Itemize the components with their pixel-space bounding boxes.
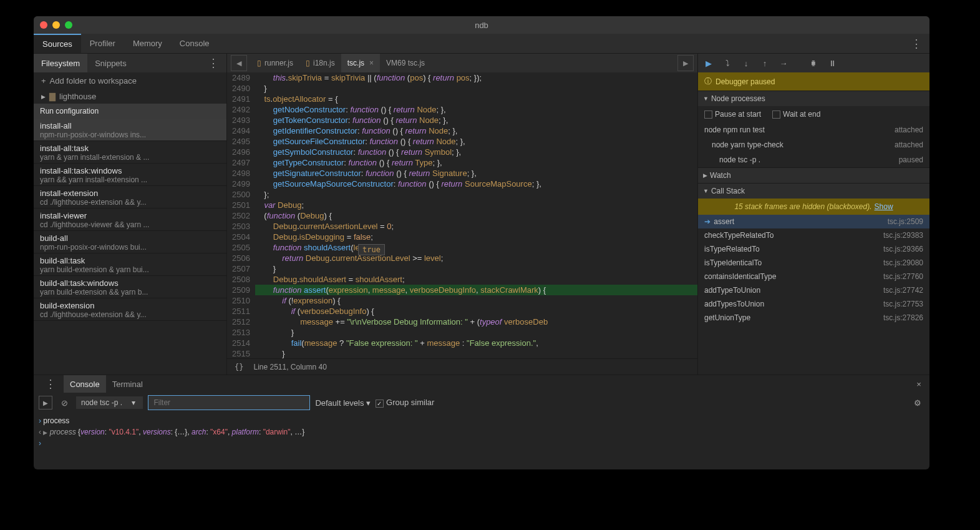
pause-at-start-checkbox[interactable]: Pause at start <box>704 110 761 119</box>
file-nav-forward[interactable]: ▶ <box>677 55 694 71</box>
clear-console-icon[interactable]: ⊘ <box>57 396 71 410</box>
tab-memory[interactable]: Memory <box>124 34 171 53</box>
line-gutter: 2489249024912492249324942495249624972498… <box>227 72 255 358</box>
window-title: ndb <box>475 21 488 30</box>
code-editor[interactable]: 2489249024912492249324942495249624972498… <box>227 72 697 358</box>
close-drawer-icon[interactable]: × <box>912 377 926 391</box>
run-item-subtitle: cd ./lighthouse-extension && y... <box>40 198 220 207</box>
drawer-tab-console[interactable]: Console <box>64 375 106 393</box>
tab-snippets[interactable]: Snippets <box>87 54 134 72</box>
console-drawer: ⋮ Console Terminal × ▶ ⊘ node tsc -p . ▾… <box>34 375 929 469</box>
pause-exceptions-icon[interactable]: ⏸ <box>825 56 839 70</box>
run-item-title: build-all:task:windows <box>40 278 220 288</box>
close-icon[interactable]: × <box>367 59 374 67</box>
stack-frame[interactable]: ➔ asserttsc.js:2509 <box>698 215 929 228</box>
chevron-right-icon: ▶ <box>703 172 707 179</box>
run-config-item[interactable]: build-allnpm-run-posix-or-windows bui... <box>34 231 226 253</box>
stack-frame[interactable]: getUnionTypetsc.js:27826 <box>698 311 929 325</box>
process-row[interactable]: node yarn type-checkattached <box>698 137 929 152</box>
stack-fn-name: getUnionType <box>704 313 750 322</box>
log-levels-select[interactable]: Default levels ▾ <box>315 398 371 408</box>
left-panel: Filesystem Snippets ⋮ + Add folder to wo… <box>34 54 227 375</box>
main-menu-kebab[interactable]: ⋮ <box>903 34 929 53</box>
stack-frame[interactable]: addTypesToUniontsc.js:27753 <box>698 297 929 311</box>
stack-location: tsc.js:29080 <box>883 258 923 267</box>
folder-icon: ▇ <box>49 92 56 101</box>
file-tab-i18n[interactable]: ▯i18n.js <box>299 54 341 72</box>
tab-console[interactable]: Console <box>171 34 218 53</box>
run-config-item[interactable]: install-viewercd ./lighthouse-viewer && … <box>34 209 226 231</box>
drawer-kebab[interactable]: ⋮ <box>37 377 64 391</box>
stack-frame[interactable]: isTypeRelatedTotsc.js:29366 <box>698 242 929 256</box>
stack-frame[interactable]: isTypeIdenticalTotsc.js:29080 <box>698 256 929 270</box>
console-input-text: process <box>43 416 69 425</box>
file-nav-back[interactable]: ◀ <box>231 55 247 71</box>
left-subtabs-kebab[interactable]: ⋮ <box>200 56 226 70</box>
run-config-item[interactable]: install-all:task:windowsyarn && yarn ins… <box>34 164 226 186</box>
run-item-subtitle: yarn & yarn install-extension & ... <box>40 153 220 162</box>
deactivate-breakpoints-icon[interactable]: ⧯ <box>807 56 820 70</box>
stack-location: tsc.js:27753 <box>883 300 923 308</box>
tab-sources[interactable]: Sources <box>34 34 81 53</box>
stack-fn-name: isTypeRelatedTo <box>704 245 760 253</box>
checkbox-label: Group similar <box>386 398 434 407</box>
run-item-subtitle: yarn build-extension & yarn bui... <box>40 265 220 274</box>
resume-icon[interactable]: ▶ <box>702 56 716 70</box>
section-watch[interactable]: ▶Watch <box>698 167 929 183</box>
code-area[interactable]: this.skipTrivia = skipTrivia || (functio… <box>255 72 697 358</box>
console-settings-icon[interactable]: ⚙ <box>911 396 924 410</box>
minimize-window-button[interactable] <box>52 21 60 29</box>
run-item-subtitle: npm-run-posix-or-windows ins... <box>40 130 220 139</box>
file-tab-tsc[interactable]: tsc.js× <box>341 54 380 72</box>
zoom-window-button[interactable] <box>65 21 72 29</box>
file-tab-label: VM69 tsc.js <box>386 59 425 67</box>
run-item-title: build-all:task <box>40 256 220 265</box>
run-config-item[interactable]: build-all:taskyarn build-extension & yar… <box>34 253 226 276</box>
stack-frame[interactable]: addTypeToUniontsc.js:27742 <box>698 283 929 297</box>
call-stack-list: ➔ asserttsc.js:2509checkTypeRelatedTotsc… <box>698 215 929 325</box>
chevron-right-icon: ▶ <box>41 94 46 100</box>
tab-profiler[interactable]: Profiler <box>81 34 124 53</box>
traffic-lights <box>40 21 72 29</box>
process-list: node npm run testattachednode yarn type-… <box>698 122 929 167</box>
close-window-button[interactable] <box>40 21 47 29</box>
execution-context-select[interactable]: node tsc -p . ▾ <box>76 396 143 409</box>
format-braces-icon[interactable]: {} <box>235 363 243 371</box>
wait-at-end-checkbox[interactable]: Wait at end <box>772 110 820 119</box>
drawer-tabs: ⋮ Console Terminal × <box>34 375 929 393</box>
run-config-item[interactable]: install-allnpm-run-posix-or-windows ins.… <box>34 119 226 141</box>
section-call-stack[interactable]: ▼Call Stack <box>698 183 929 199</box>
run-config-item[interactable]: install-all:taskyarn & yarn install-exte… <box>34 141 226 164</box>
drawer-tab-terminal[interactable]: Terminal <box>106 375 149 393</box>
console-filter-input[interactable] <box>148 395 310 410</box>
step-into-icon[interactable]: ↓ <box>739 56 753 70</box>
console-sidebar-toggle-icon[interactable]: ▶ <box>39 396 52 410</box>
run-item-subtitle: cd ./lighthouse-extension && y... <box>40 310 220 319</box>
cursor-position: Line 2511, Column 40 <box>253 363 326 371</box>
fs-folder-label: lighthouse <box>59 92 96 101</box>
console-output[interactable]: › process ‹ ▶ process {version: "v10.4.1… <box>34 413 929 469</box>
run-configuration-list: install-allnpm-run-posix-or-windows ins.… <box>34 119 226 375</box>
stack-location: tsc.js:2509 <box>888 217 923 226</box>
section-node-processes[interactable]: ▼Node processes <box>698 91 929 106</box>
tab-filesystem[interactable]: Filesystem <box>34 54 87 72</box>
process-row[interactable]: node tsc -p .paused <box>698 152 929 167</box>
add-folder-button[interactable]: + Add folder to workspace <box>34 72 226 89</box>
group-similar-checkbox[interactable]: Group similar <box>376 398 434 407</box>
file-tab-vm69[interactable]: VM69 tsc.js <box>380 54 431 72</box>
process-name: node npm run test <box>704 125 765 134</box>
step-over-icon[interactable]: ⤵ <box>720 56 734 70</box>
stack-frame[interactable]: containsIdenticalTypetsc.js:27760 <box>698 270 929 283</box>
step-icon[interactable]: → <box>777 56 790 70</box>
run-config-item[interactable]: build-extensioncd ./lighthouse-extension… <box>34 298 226 321</box>
file-tab-runner[interactable]: ▯runner.js <box>251 54 299 72</box>
run-config-item[interactable]: install-extensioncd ./lighthouse-extensi… <box>34 186 226 209</box>
stack-frame[interactable]: checkTypeRelatedTotsc.js:29383 <box>698 228 929 242</box>
step-out-icon[interactable]: ↑ <box>758 56 772 70</box>
app-window: ndb Sources Profiler Memory Console ⋮ Fi… <box>34 16 929 469</box>
process-options: Pause at start Wait at end <box>698 106 929 122</box>
fs-folder-lighthouse[interactable]: ▶ ▇ lighthouse <box>34 89 226 104</box>
run-config-item[interactable]: build-all:task:windowsyarn build-extensi… <box>34 276 226 298</box>
process-row[interactable]: node npm run testattached <box>698 122 929 137</box>
blackbox-show-link[interactable]: Show <box>875 202 893 211</box>
